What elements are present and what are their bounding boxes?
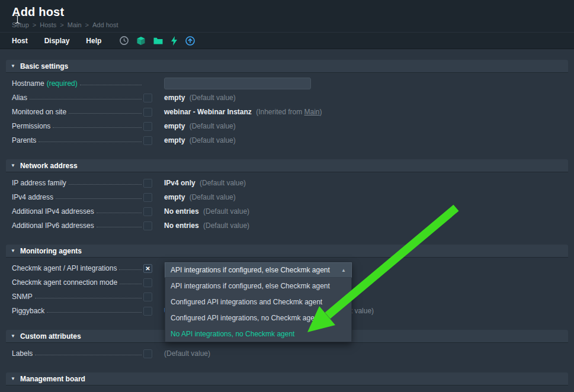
dotted-leader [97, 213, 142, 213]
dotted-leader [39, 142, 142, 142]
row-ipv4-address: IPv4 address empty (Default value) [6, 190, 568, 204]
field-label: IPv4 address [12, 193, 53, 201]
breadcrumb-separator: > [85, 21, 89, 28]
field-label: Parents [12, 136, 36, 144]
field-default-note: (Default value) [190, 136, 236, 144]
field-label: Checkmk agent / API integrations [12, 264, 117, 272]
dropdown-option-no-api-no-agent[interactable]: No API integrations, no Checkmk agent [165, 326, 351, 342]
section-title: Management board [20, 375, 85, 383]
parents-override-checkbox[interactable] [143, 136, 152, 145]
help-up-icon[interactable] [185, 36, 195, 46]
menu-help[interactable]: Help [86, 37, 101, 45]
field-value: IPv4 only [164, 179, 195, 187]
dotted-leader [47, 312, 142, 313]
dotted-leader [56, 198, 142, 199]
agent-override-checkbox[interactable]: ✕ [143, 264, 152, 273]
section-header-network-address[interactable]: ▼ Network address [6, 159, 568, 172]
breadcrumb: Setup > Hosts > Main > Add host [12, 21, 562, 28]
dotted-leader [97, 227, 142, 227]
collapse-triangle-icon: ▼ [11, 248, 15, 253]
section-basic-settings: ▼ Basic settings Hostname (required) Ali… [6, 60, 568, 151]
main-folder-link[interactable]: Main [304, 108, 320, 116]
permissions-override-checkbox[interactable] [143, 122, 152, 131]
dotted-leader [120, 284, 142, 284]
field-label: Hostname [12, 79, 44, 88]
field-label: Labels [12, 349, 33, 358]
section-title: Custom attributes [20, 332, 81, 340]
ipv4-override-checkbox[interactable] [143, 193, 152, 202]
connection-mode-override-checkbox[interactable] [143, 278, 152, 287]
site-override-checkbox[interactable] [143, 108, 152, 117]
dotted-leader [53, 127, 142, 128]
section-network-address: ▼ Network address IP address family IPv4… [6, 159, 568, 236]
field-value: empty [164, 122, 185, 130]
dropdown-option-api-no-agent[interactable]: Configured API integrations, no Checkmk … [165, 310, 351, 326]
section-header-monitoring-agents[interactable]: ▼ Monitoring agents [6, 245, 568, 258]
field-default-note: (Default value) [190, 94, 236, 102]
field-label: SNMP [12, 293, 33, 301]
field-default-note: (Default value) [203, 221, 249, 230]
row-permissions: Permissions empty (Default value) [6, 119, 568, 133]
section-header-basic-settings[interactable]: ▼ Basic settings [6, 60, 568, 73]
additional-ipv6-override-checkbox[interactable] [143, 221, 152, 230]
agent-dropdown-options: API integrations if configured, else Che… [165, 278, 352, 342]
row-additional-ipv4: Additional IPv4 addresses No entries (De… [6, 204, 568, 219]
menu-display[interactable]: Display [44, 37, 70, 45]
menubar-icons [119, 36, 195, 46]
row-monitored-on-site: Monitored on site webinar - Webinar Inst… [6, 105, 568, 119]
field-label: Additional IPv6 addresses [12, 221, 94, 230]
hostname-input[interactable] [164, 78, 311, 89]
field-value: empty [164, 94, 185, 102]
field-default-note: (Default value) [190, 193, 236, 201]
inherited-note-close: ) [320, 108, 322, 116]
snmp-override-checkbox[interactable] [143, 293, 152, 301]
row-hostname: Hostname (required) [6, 76, 568, 91]
field-default-note: (Default value) [190, 122, 236, 130]
pending-changes-icon[interactable] [119, 36, 129, 46]
menubar: Host Display Help [0, 32, 574, 49]
bolt-icon[interactable] [170, 36, 178, 46]
package-icon[interactable] [136, 36, 146, 46]
row-additional-ipv6: Additional IPv6 addresses No entries (De… [6, 219, 568, 233]
alias-override-checkbox[interactable] [143, 94, 152, 102]
page-header: Add host Setup > Hosts > Main > Add host [0, 0, 574, 32]
dotted-leader [35, 298, 142, 298]
menu-host[interactable]: Host [12, 37, 28, 45]
collapse-triangle-icon: ▼ [11, 376, 15, 381]
dotted-leader [35, 355, 142, 355]
row-labels: Labels (Default value) [6, 346, 568, 361]
required-hint: (required) [47, 79, 78, 88]
row-parents: Parents empty (Default value) [6, 133, 568, 147]
field-default-note: (Default value) [164, 349, 210, 358]
section-management-board: ▼ Management board [6, 372, 568, 385]
dropdown-option-api-else-agent[interactable]: API integrations if configured, else Che… [165, 278, 351, 294]
field-label: Checkmk agent connection mode [12, 278, 117, 287]
breadcrumb-main[interactable]: Main [68, 21, 82, 28]
row-ip-address-family: IP address family IPv4 only (Default val… [6, 176, 568, 190]
breadcrumb-setup[interactable]: Setup [12, 21, 29, 28]
section-header-management-board[interactable]: ▼ Management board [6, 372, 568, 385]
field-value: No entries [164, 221, 199, 230]
dotted-leader [69, 184, 142, 185]
section-title: Network address [20, 162, 78, 170]
field-default-note: (Default value) [203, 207, 249, 216]
folder-icon[interactable] [153, 36, 163, 46]
breadcrumb-hosts[interactable]: Hosts [40, 21, 56, 28]
labels-override-checkbox[interactable] [143, 349, 152, 358]
agent-dropdown: API integrations if configured, else Che… [165, 262, 352, 342]
collapse-triangle-icon: ▼ [11, 333, 15, 339]
field-value: empty [164, 193, 185, 201]
field-label: Piggyback [12, 307, 44, 315]
ip-family-override-checkbox[interactable] [143, 179, 152, 188]
agent-dropdown-selected[interactable]: API integrations if configured, else Che… [165, 262, 352, 278]
page-title: Add host [12, 5, 562, 19]
dotted-leader [119, 269, 142, 270]
piggyback-override-checkbox[interactable] [143, 307, 152, 316]
collapse-triangle-icon: ▼ [11, 163, 15, 168]
breadcrumb-separator: > [33, 21, 36, 28]
additional-ipv4-override-checkbox[interactable] [143, 207, 152, 216]
inherited-note: (Inherited from [256, 108, 304, 116]
dropdown-option-api-and-agent[interactable]: Configured API integrations and Checkmk … [165, 294, 351, 310]
section-title: Basic settings [20, 62, 68, 70]
breadcrumb-separator: > [60, 21, 63, 28]
